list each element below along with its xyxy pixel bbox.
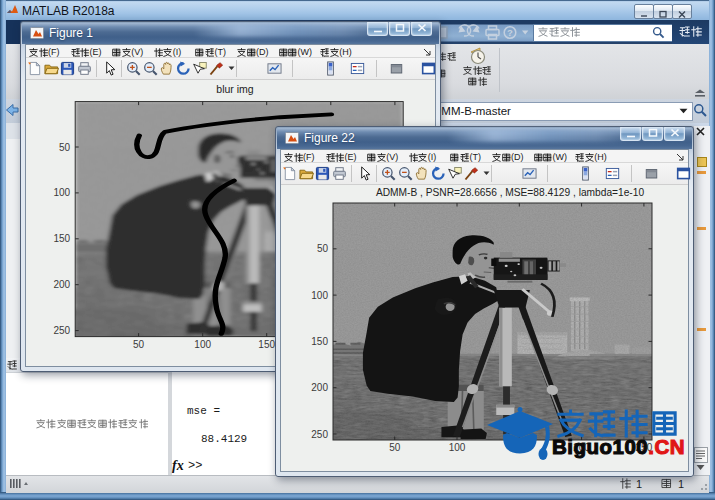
svg-text:100: 100	[449, 442, 466, 453]
svg-text:100: 100	[194, 339, 211, 350]
svg-text:250: 250	[311, 429, 328, 440]
svg-text:50: 50	[317, 243, 329, 254]
svg-text:100: 100	[54, 187, 71, 198]
svg-text:?: ?	[507, 27, 513, 38]
svg-text:blur img: blur img	[216, 83, 254, 95]
svg-text:150: 150	[54, 233, 71, 244]
svg-text:150: 150	[311, 336, 328, 347]
svg-text:ADMM-B , PSNR=28.6656 , MSE=88: ADMM-B , PSNR=28.6656 , MSE=88.4129 , la…	[376, 187, 644, 198]
svg-text:250: 250	[54, 325, 71, 336]
svg-text:50: 50	[389, 442, 401, 453]
svg-text:200: 200	[311, 382, 328, 393]
svg-text:200: 200	[54, 279, 71, 290]
svg-text:100: 100	[311, 290, 328, 301]
svg-text:50: 50	[133, 339, 145, 350]
svg-text:150: 150	[258, 339, 275, 350]
svg-text:50: 50	[59, 142, 71, 153]
